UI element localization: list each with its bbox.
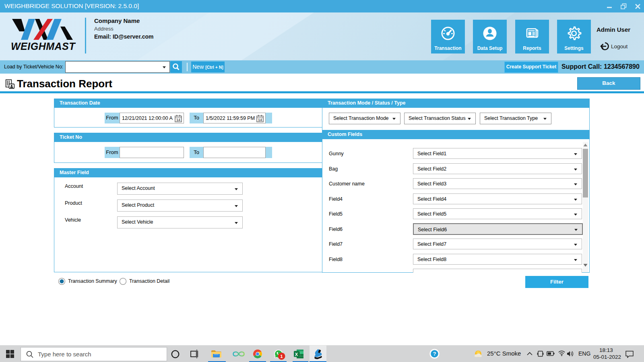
svg-text:14: 14 — [176, 118, 180, 122]
svg-text:14: 14 — [258, 118, 262, 122]
svg-text:X: X — [295, 352, 298, 357]
svg-text:?: ? — [433, 351, 436, 357]
svg-text:1: 1 — [280, 354, 283, 359]
